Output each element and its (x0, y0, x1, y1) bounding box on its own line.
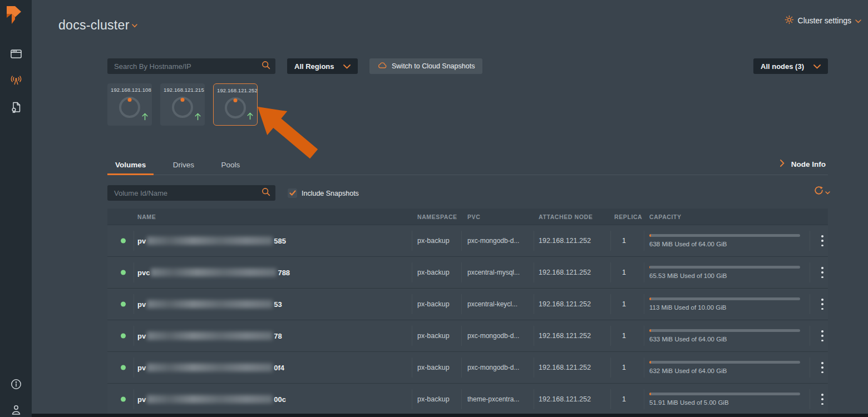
capacity-bar-fill (649, 297, 651, 300)
info-icon[interactable] (9, 378, 23, 391)
volume-pvc: pxcentral-mysql... (467, 269, 520, 276)
volume-replica: 1 (622, 364, 626, 371)
volume-search-input[interactable] (107, 189, 262, 197)
capacity-bar (649, 329, 800, 332)
portworx-logo[interactable] (4, 5, 24, 26)
row-kebab-menu-icon[interactable] (818, 298, 827, 310)
redacted-text (147, 395, 273, 404)
cloud-icon (377, 61, 387, 71)
capacity-bar (649, 393, 800, 395)
table-row[interactable]: pv0f4 px-backup pxc-mongodb-d... 192.168… (107, 351, 828, 383)
table-row[interactable]: pv78 px-backup pxc-mongodb-d... 192.168.… (107, 320, 828, 351)
node-card[interactable]: 192.168.121.108 (107, 83, 152, 126)
tab-pools-label: Pools (221, 161, 240, 169)
row-kebab-menu-icon[interactable] (818, 330, 827, 342)
volume-attached-node: 192.168.121.252 (539, 364, 591, 371)
node-ip-label: 192.168.121.215 (164, 87, 204, 93)
tab-volumes[interactable]: Volumes (107, 158, 154, 175)
volume-name: pv0f4 (137, 364, 284, 372)
volume-attached-node: 192.168.121.252 (539, 300, 591, 308)
table-row[interactable]: pv53 px-backup pxcentral-keycl... 192.16… (107, 288, 828, 320)
volume-name: pv00c (137, 395, 286, 404)
volume-name: pv585 (137, 237, 286, 245)
donut-marker (128, 98, 132, 102)
volume-namespace: px-backup (417, 395, 450, 403)
capacity-bar (649, 266, 800, 269)
status-dot (121, 302, 126, 307)
row-kebab-menu-icon[interactable] (818, 266, 827, 279)
cluster-title[interactable]: docs-cluster (58, 16, 137, 33)
table-row[interactable]: pv00c px-backup theme-pxcentra... 192.16… (107, 383, 828, 415)
regions-dropdown-label: All Regions (294, 62, 334, 71)
regions-dropdown[interactable]: All Regions (287, 58, 358, 74)
redacted-text (147, 237, 273, 245)
chevron-right-icon (780, 160, 785, 168)
tab-pools[interactable]: Pools (213, 158, 248, 175)
tab-drives-label: Drives (173, 161, 194, 169)
row-kebab-menu-icon[interactable] (818, 235, 827, 247)
search-icon (262, 187, 270, 198)
table-header: NAME NAMESPACE PVC ATTACHED NODE REPLICA… (107, 209, 828, 225)
volume-namespace: px-backup (417, 364, 450, 371)
app-window: docs-cluster Cluster settings All Region… (0, 0, 868, 417)
capacity-text: 638 MiB Used of 64.00 GiB (649, 241, 805, 247)
hostname-search (107, 58, 275, 74)
node-info-button[interactable]: Node Info (780, 160, 826, 168)
gear-icon (785, 15, 794, 26)
volume-attached-node: 192.168.121.252 (539, 237, 591, 245)
chevron-down-icon (825, 187, 830, 197)
capacity-text: 113 MiB Used of 10.00 GiB (649, 304, 805, 311)
bottom-edge (32, 414, 868, 417)
node-ip-label: 192.168.121.108 (111, 87, 151, 93)
volume-namespace: px-backup (417, 269, 450, 276)
redacted-text (147, 364, 273, 372)
volume-pvc: pxc-mongodb-d... (467, 237, 519, 245)
volume-namespace: px-backup (417, 300, 450, 308)
include-snapshots-checkbox[interactable] (288, 188, 297, 198)
hostname-search-input[interactable] (107, 62, 262, 71)
cluster-settings-button[interactable]: Cluster settings (785, 15, 861, 26)
capacity-bar-fill (649, 234, 651, 237)
node-usage-donut (119, 97, 140, 118)
volume-attached-node: 192.168.121.252 (539, 269, 591, 276)
node-card[interactable]: 192.168.121.215 (160, 83, 205, 126)
volume-capacity: 65.53 MiB Used of 100 GiB (649, 266, 805, 279)
antenna-icon[interactable] (9, 74, 23, 87)
tab-drives[interactable]: Drives (165, 158, 202, 175)
table-row[interactable]: pvc788 px-backup pxcentral-mysql... 192.… (107, 256, 828, 288)
col-pvc: PVC (467, 214, 480, 220)
volume-capacity: 632 MiB Used of 64.00 GiB (649, 361, 805, 374)
node-card-selected[interactable]: 192.168.121.252 (213, 83, 258, 126)
user-icon[interactable] (9, 403, 23, 416)
nodes-dropdown[interactable]: All nodes (3) (753, 58, 828, 74)
capacity-bar-fill (649, 393, 651, 395)
capacity-bar (649, 234, 800, 237)
switch-cloud-snapshots-button[interactable]: Switch to Cloud Snapshots (369, 58, 482, 74)
capacity-text: 51.91 MiB Used of 5.00 GiB (649, 399, 805, 406)
capacity-bar-fill (649, 329, 651, 332)
table-row[interactable]: pv585 px-backup pxc-mongodb-d... 192.168… (107, 225, 828, 256)
refresh-button[interactable] (813, 186, 830, 198)
col-attached-node: ATTACHED NODE (539, 214, 593, 220)
volume-search (107, 185, 275, 201)
volume-capacity: 113 MiB Used of 10.00 GiB (649, 297, 805, 311)
donut-marker (181, 98, 185, 102)
row-kebab-menu-icon[interactable] (818, 393, 827, 405)
window-icon[interactable] (9, 47, 23, 61)
cluster-settings-label: Cluster settings (798, 16, 851, 25)
volume-replica: 1 (622, 237, 626, 245)
redacted-text (151, 269, 277, 277)
node-up-icon (246, 112, 254, 122)
volume-capacity: 51.91 MiB Used of 5.00 GiB (649, 393, 805, 406)
volume-pvc: theme-pxcentra... (467, 395, 519, 403)
nodes-dropdown-label: All nodes (3) (761, 62, 804, 71)
search-icon (262, 61, 270, 72)
document-badge-icon[interactable] (9, 101, 23, 114)
row-kebab-menu-icon[interactable] (818, 361, 827, 374)
volume-replica: 1 (622, 332, 626, 340)
status-dot (121, 334, 126, 339)
status-dot (121, 397, 126, 402)
volumes-table: NAME NAMESPACE PVC ATTACHED NODE REPLICA… (107, 209, 828, 415)
chevron-down-icon (343, 62, 351, 71)
redacted-text (147, 332, 273, 340)
